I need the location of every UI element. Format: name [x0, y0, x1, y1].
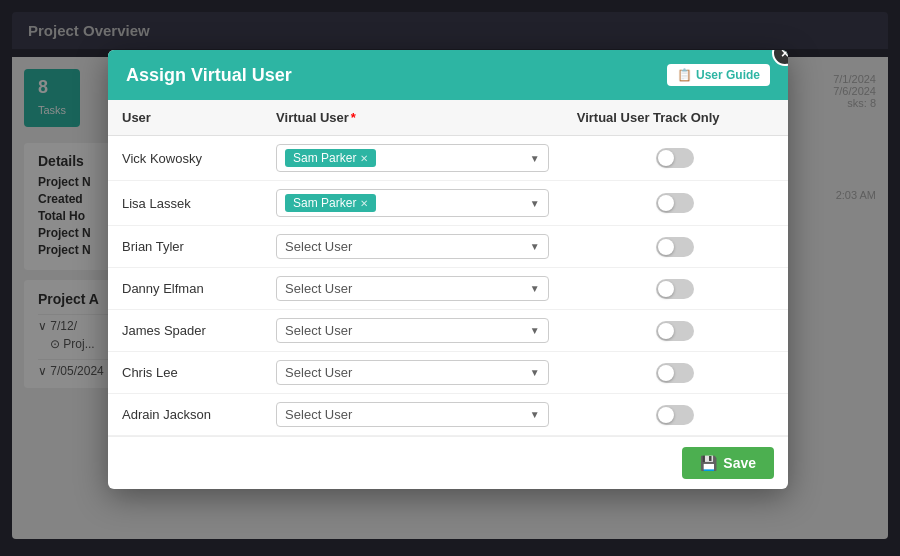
chevron-down-icon: ▼	[530, 241, 540, 252]
chevron-down-icon: ▼	[530, 198, 540, 209]
toggle-knob	[658, 239, 674, 255]
track-only-toggle[interactable]	[656, 279, 694, 299]
track-only-toggle[interactable]	[656, 363, 694, 383]
chevron-down-icon: ▼	[530, 325, 540, 336]
user-name-cell: Danny Elfman	[108, 268, 262, 310]
virtual-user-select-cell: Select User▼	[262, 352, 563, 394]
chevron-down-icon: ▼	[530, 283, 540, 294]
track-only-cell	[563, 226, 788, 268]
table-row: James SpaderSelect User▼	[108, 310, 788, 352]
modal-title: Assign Virtual User	[126, 65, 292, 86]
virtual-user-dropdown[interactable]: Sam Parker ✕▼	[276, 144, 549, 172]
user-name-cell: Vick Kowosky	[108, 136, 262, 181]
table-row: Lisa LassekSam Parker ✕▼	[108, 181, 788, 226]
user-name-cell: Brian Tyler	[108, 226, 262, 268]
col-virtual-user: Virtual User	[262, 100, 563, 136]
table-row: Brian TylerSelect User▼	[108, 226, 788, 268]
virtual-user-dropdown[interactable]: Select User▼	[276, 318, 549, 343]
track-only-cell	[563, 394, 788, 436]
chevron-down-icon: ▼	[530, 153, 540, 164]
col-track-only: Virtual User Track Only	[563, 100, 788, 136]
user-name-cell: Chris Lee	[108, 352, 262, 394]
select-placeholder: Select User	[285, 365, 352, 380]
toggle-knob	[658, 365, 674, 381]
tag-remove-icon[interactable]: ✕	[360, 198, 368, 209]
select-placeholder: Select User	[285, 323, 352, 338]
track-only-toggle[interactable]	[656, 237, 694, 257]
track-only-cell	[563, 268, 788, 310]
user-guide-button[interactable]: 📋 User Guide	[667, 64, 770, 86]
assign-virtual-user-modal: Assign Virtual User 📋 User Guide × User …	[108, 50, 788, 489]
table-row: Vick KowoskySam Parker ✕▼	[108, 136, 788, 181]
modal-header: Assign Virtual User 📋 User Guide	[108, 50, 788, 100]
toggle-knob	[658, 281, 674, 297]
track-only-toggle[interactable]	[656, 405, 694, 425]
user-name-cell: Adrain Jackson	[108, 394, 262, 436]
toggle-knob	[658, 150, 674, 166]
track-only-toggle[interactable]	[656, 148, 694, 168]
chevron-down-icon: ▼	[530, 409, 540, 420]
toggle-knob	[658, 407, 674, 423]
table-row: Danny ElfmanSelect User▼	[108, 268, 788, 310]
toggle-knob	[658, 195, 674, 211]
virtual-user-tag[interactable]: Sam Parker ✕	[285, 194, 376, 212]
user-name-cell: James Spader	[108, 310, 262, 352]
virtual-user-dropdown[interactable]: Select User▼	[276, 402, 549, 427]
track-only-toggle[interactable]	[656, 193, 694, 213]
track-only-cell	[563, 136, 788, 181]
track-only-cell	[563, 181, 788, 226]
virtual-user-dropdown[interactable]: Select User▼	[276, 360, 549, 385]
virtual-user-select-cell: Select User▼	[262, 226, 563, 268]
virtual-user-select-cell: Sam Parker ✕▼	[262, 181, 563, 226]
table-row: Chris LeeSelect User▼	[108, 352, 788, 394]
virtual-user-select-cell: Select User▼	[262, 394, 563, 436]
assign-user-table: User Virtual User Virtual User Track Onl…	[108, 100, 788, 436]
user-name-cell: Lisa Lassek	[108, 181, 262, 226]
chevron-down-icon: ▼	[530, 367, 540, 378]
track-only-toggle[interactable]	[656, 321, 694, 341]
virtual-user-select-cell: Select User▼	[262, 310, 563, 352]
virtual-user-dropdown[interactable]: Select User▼	[276, 276, 549, 301]
book-icon: 📋	[677, 68, 692, 82]
select-placeholder: Select User	[285, 407, 352, 422]
select-placeholder: Select User	[285, 239, 352, 254]
virtual-user-tag[interactable]: Sam Parker ✕	[285, 149, 376, 167]
save-button[interactable]: 💾 Save	[682, 447, 774, 479]
tag-remove-icon[interactable]: ✕	[360, 153, 368, 164]
virtual-user-dropdown[interactable]: Sam Parker ✕▼	[276, 189, 549, 217]
virtual-user-select-cell: Sam Parker ✕▼	[262, 136, 563, 181]
col-user: User	[108, 100, 262, 136]
virtual-user-dropdown[interactable]: Select User▼	[276, 234, 549, 259]
modal-footer: 💾 Save	[108, 436, 788, 489]
virtual-user-select-cell: Select User▼	[262, 268, 563, 310]
track-only-cell	[563, 352, 788, 394]
table-row: Adrain JacksonSelect User▼	[108, 394, 788, 436]
select-placeholder: Select User	[285, 281, 352, 296]
save-icon: 💾	[700, 455, 717, 471]
track-only-cell	[563, 310, 788, 352]
toggle-knob	[658, 323, 674, 339]
